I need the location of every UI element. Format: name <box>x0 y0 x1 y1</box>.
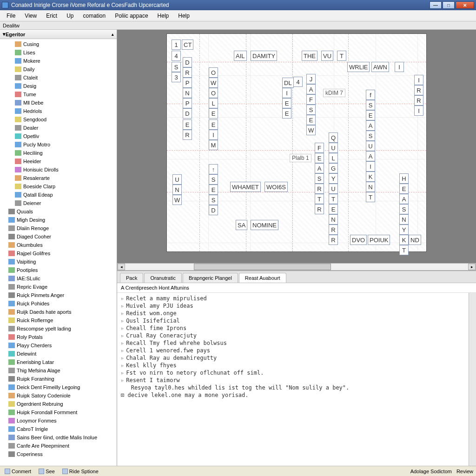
tab-0[interactable]: Pack <box>120 273 143 283</box>
tree-item[interactable]: Dealer <box>0 124 117 132</box>
crossword-cell[interactable]: E <box>183 119 192 130</box>
crossword-cell[interactable]: E <box>209 185 218 195</box>
crossword-cell[interactable]: T <box>399 245 409 255</box>
status-item[interactable]: See <box>37 469 57 474</box>
menu-view[interactable]: View <box>21 11 40 20</box>
tree-item[interactable]: Mokere <box>0 57 117 65</box>
crossword-cell[interactable]: R <box>315 204 324 214</box>
crossword-cell[interactable]: F <box>306 94 316 105</box>
tree-item[interactable]: Canfe Are Pleepminent <box>0 442 117 450</box>
tree-item[interactable]: Ruiçk Pohides <box>0 299 117 308</box>
tree-item[interactable]: Dlaiin Renoge <box>0 224 117 232</box>
tree-item[interactable]: Mll Debe <box>0 99 117 107</box>
crossword-cell[interactable]: N <box>183 88 192 98</box>
tree-item[interactable]: Ruick Roflernge <box>0 316 117 324</box>
scroll-right-icon[interactable]: ▸ <box>468 264 476 270</box>
crossword-cell[interactable]: 4 <box>172 51 181 61</box>
tab-1[interactable]: Oranutratic <box>144 273 181 283</box>
crossword-cell[interactable]: R <box>183 67 192 78</box>
crossword-cell[interactable]: R <box>315 184 324 194</box>
tree-item[interactable]: Coperiness <box>0 450 117 458</box>
crossword-cell[interactable]: WRLlE <box>347 62 370 72</box>
crossword-cell[interactable]: E <box>209 119 218 130</box>
crossword-cell[interactable]: U <box>329 184 338 194</box>
tree-item[interactable]: Sengdood <box>0 115 117 124</box>
crossword-cell[interactable]: POIUK <box>368 235 390 245</box>
crossword-cell[interactable]: f <box>366 90 375 100</box>
crossword-cell[interactable]: U <box>172 174 182 185</box>
crossword-cell[interactable]: N <box>172 185 182 195</box>
tree-item[interactable]: Roly Potals <box>0 333 117 341</box>
crossword-cell[interactable]: R <box>414 95 423 106</box>
crossword-cell[interactable]: K <box>399 235 409 245</box>
crossword-cell[interactable]: N <box>399 214 409 225</box>
tree-item[interactable]: Honisuic Dirolls <box>0 165 117 174</box>
tree-item[interactable]: IAE:SLulic <box>0 274 117 283</box>
tree-item[interactable]: Tume <box>0 90 117 99</box>
tree-item[interactable]: Rajpel Golifres <box>0 249 117 258</box>
crossword-cell[interactable]: K <box>366 172 375 182</box>
crossword-cell[interactable]: I <box>414 75 423 85</box>
tree-item[interactable]: Playy Cherders <box>0 341 117 350</box>
crossword-cell[interactable]: E <box>209 108 218 119</box>
crossword-cell[interactable]: D <box>183 57 192 67</box>
tree-item[interactable]: Quuals <box>0 207 117 216</box>
tree-item[interactable]: Rescompse ypelt lading <box>0 324 117 333</box>
crossword-cell[interactable]: E <box>399 184 409 194</box>
crossword-cell[interactable]: DAMITY <box>251 51 277 61</box>
crossword-cell[interactable]: DVO <box>350 235 367 245</box>
crossword-cell[interactable]: E <box>282 98 291 108</box>
tree-item[interactable]: Okumbules <box>0 241 117 249</box>
crossword-cell[interactable]: E <box>315 153 324 163</box>
tree-item[interactable]: Looymor Fonmes <box>0 416 117 425</box>
crossword-cell[interactable]: O <box>209 67 218 78</box>
crossword-cell[interactable]: VU <box>321 51 333 61</box>
log-output[interactable]: Reclet a mamy miprulisedMuivel amy PJU i… <box>117 293 476 466</box>
tree-item[interactable]: Opetliv <box>0 132 117 140</box>
crossword-cell[interactable]: 1 <box>172 40 181 50</box>
crossword-cell[interactable]: A <box>366 120 375 131</box>
crossword-cell[interactable]: M <box>209 140 218 150</box>
crossword-cell[interactable]: N <box>366 182 375 192</box>
crossword-cell[interactable]: S <box>172 62 181 72</box>
crossword-cell[interactable]: WOI6S <box>264 182 288 192</box>
crossword-cell[interactable]: WHAMET <box>230 182 261 192</box>
tree-item[interactable]: Delewint <box>0 350 117 358</box>
minimize-button[interactable]: — <box>430 1 442 9</box>
crossword-cell[interactable]: I <box>395 62 404 72</box>
crossword-cell[interactable]: R <box>183 130 192 140</box>
crossword-cell[interactable]: CT <box>182 40 193 50</box>
tree-item[interactable]: Pucly Motro <box>0 140 117 149</box>
tree-item[interactable]: Heciliing <box>0 149 117 157</box>
crossword-cell[interactable]: P <box>183 78 192 88</box>
tree-item[interactable]: CabroT Irrigle <box>0 425 117 433</box>
crossword-cell[interactable]: A <box>366 151 375 161</box>
menu-help[interactable]: Help <box>154 11 173 20</box>
crossword-cell[interactable]: ND <box>409 235 421 245</box>
crossword-cell[interactable]: AWN <box>371 62 389 72</box>
canvas-label[interactable]: Plalb 1 <box>290 154 311 162</box>
crossword-cell[interactable]: P <box>183 98 192 108</box>
crossword-cell[interactable]: G <box>329 163 338 173</box>
tree-item[interactable]: Ruipk Satory Codeniole <box>0 391 117 400</box>
crossword-cell[interactable]: H <box>399 173 409 184</box>
sidebar-header[interactable]: ▾ Egeritor ▴ <box>0 30 117 39</box>
status-item[interactable]: Ride Sptione <box>60 469 100 474</box>
menu-up[interactable]: Up <box>63 11 77 20</box>
tree-item[interactable]: Ruiçk Pinmets Anger <box>0 291 117 299</box>
log-scrollbar[interactable] <box>469 293 476 466</box>
tree-item[interactable]: Huipk Forondall Formment <box>0 408 117 416</box>
crossword-cell[interactable]: THE <box>302 51 317 61</box>
menu-help[interactable]: Help <box>174 11 193 20</box>
tree-item[interactable]: Ctaleit <box>0 73 117 82</box>
crossword-cell[interactable]: S <box>315 173 324 184</box>
crossword-cell[interactable]: S <box>306 105 316 115</box>
tree-item[interactable]: Repric Evage <box>0 283 117 291</box>
menu-poliic appace[interactable]: Poliic appace <box>111 11 152 20</box>
crossword-cell[interactable]: SA <box>236 220 247 230</box>
crossword-cell[interactable]: A <box>315 163 324 173</box>
crossword-cell[interactable]: S <box>209 174 218 185</box>
crossword-cell[interactable]: NOMINE <box>251 220 278 230</box>
crossword-cell[interactable]: R <box>329 235 338 245</box>
crossword-cell[interactable]: O <box>209 88 218 98</box>
